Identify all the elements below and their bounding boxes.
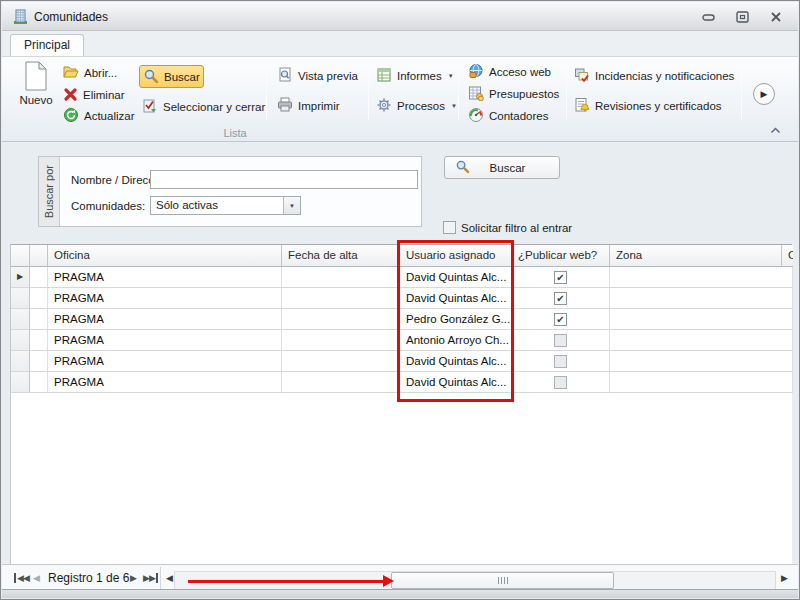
new-page-icon — [14, 61, 58, 91]
presupuestos-button[interactable]: Presupuestos — [465, 84, 562, 104]
cell-zona[interactable] — [610, 372, 793, 393]
revisiones-label: Revisiones y certificados — [595, 100, 722, 112]
collapse-ribbon-button[interactable] — [770, 123, 781, 137]
buscar-ribbon-button[interactable]: Buscar — [139, 65, 204, 88]
header-indicator — [11, 245, 30, 267]
report-icon — [376, 67, 392, 85]
header-publicar-web[interactable]: ¿Publicar web? — [512, 245, 610, 267]
header-categoria[interactable]: Cat — [782, 245, 793, 267]
nav-next-record-button[interactable]: ▶ — [130, 573, 136, 583]
chevron-down-icon[interactable]: ▼ — [283, 197, 300, 214]
cell-zona[interactable] — [610, 351, 793, 372]
tab-principal[interactable]: Principal — [10, 34, 84, 56]
cell-zona[interactable] — [610, 330, 793, 351]
checkbox-unchecked-icon[interactable] — [554, 334, 567, 347]
checkbox-unchecked-icon[interactable] — [554, 355, 567, 368]
cell-publicar-web[interactable]: ✔ — [512, 267, 610, 288]
annotation-arrow — [188, 580, 384, 583]
cell-publicar-web[interactable]: ✔ — [512, 309, 610, 330]
acceso-web-button[interactable]: Acceso web — [465, 62, 554, 82]
seleccionar-cerrar-button[interactable]: Seleccionar y cerrar — [139, 97, 268, 117]
grip-icon — [507, 577, 508, 584]
cell-fecha_de_alta[interactable] — [282, 288, 400, 309]
nuevo-label: Nuevo — [19, 94, 52, 106]
abrir-button[interactable]: Abrir... — [60, 63, 120, 83]
comunidades-dropdown[interactable]: Sólo activas ▼ — [150, 196, 301, 215]
procesos-button[interactable]: Procesos ▼ — [373, 96, 460, 116]
cell-oficina[interactable]: PRAGMA — [48, 330, 282, 351]
ribbon-separator — [368, 62, 369, 120]
close-button[interactable] — [762, 8, 790, 26]
comunidades-selected-value: Sólo activas — [156, 199, 218, 211]
revisiones-button[interactable]: Revisiones y certificados — [571, 96, 725, 116]
nav-prev-record-button[interactable]: ◀ — [33, 573, 39, 583]
cell-publicar-web[interactable]: ✔ — [512, 288, 610, 309]
cell-oficina[interactable]: PRAGMA — [48, 372, 282, 393]
eliminar-button[interactable]: Eliminar — [60, 85, 128, 105]
cell-publicar-web[interactable] — [512, 372, 610, 393]
cell-zona[interactable] — [610, 309, 793, 330]
actualizar-label: Actualizar — [84, 110, 135, 122]
cell-fecha_de_alta[interactable] — [282, 372, 400, 393]
imprimir-button[interactable]: Imprimir — [274, 96, 343, 116]
buscar-button[interactable]: Buscar — [444, 156, 560, 179]
cell-oficina[interactable]: PRAGMA — [48, 351, 282, 372]
cell-oficina[interactable]: PRAGMA — [48, 267, 282, 288]
refresh-icon — [63, 107, 79, 125]
vista-previa-label: Vista previa — [298, 70, 358, 82]
minimize-button[interactable] — [694, 8, 722, 26]
header-zona[interactable]: Zona — [610, 245, 782, 267]
grip-icon — [498, 577, 499, 584]
row-expand-cell — [30, 372, 48, 393]
contadores-button[interactable]: Contadores — [465, 106, 551, 126]
cell-zona[interactable] — [610, 267, 793, 288]
cell-oficina[interactable]: PRAGMA — [48, 309, 282, 330]
informes-button[interactable]: Informes ▼ — [373, 66, 457, 86]
cell-fecha_de_alta[interactable] — [282, 330, 400, 351]
cell-fecha_de_alta[interactable] — [282, 309, 400, 330]
cell-oficina[interactable]: PRAGMA — [48, 288, 282, 309]
incidencias-button[interactable]: Incidencias y notificaciones — [571, 66, 737, 86]
cell-publicar-web[interactable] — [512, 351, 610, 372]
nombre-direccion-input[interactable] — [150, 170, 418, 189]
play-arrow-icon: ▶ — [761, 89, 768, 99]
record-count-text: Registro 1 de 6 — [48, 571, 129, 585]
nav-first-record-button[interactable]: ◀◀ — [14, 573, 29, 583]
cell-zona[interactable] — [610, 288, 793, 309]
restore-button[interactable] — [728, 8, 756, 26]
solicitar-filtro-checkbox[interactable]: Solicitar filtro al entrar — [443, 221, 572, 234]
cell-publicar-web[interactable] — [512, 330, 610, 351]
window-title: Comunidades — [34, 10, 108, 24]
checkbox-checked-icon[interactable]: ✔ — [554, 271, 567, 284]
scroll-right-arrow[interactable]: ▶ — [781, 573, 787, 583]
checkbox-unchecked-icon[interactable] — [554, 376, 567, 389]
annotation-highlight-rect — [397, 240, 514, 402]
ribbon-more-button[interactable]: ▶ — [753, 83, 775, 105]
filter-panel: Buscar por Nombre / Dirección: Comunidad… — [38, 156, 422, 227]
actualizar-button[interactable]: Actualizar — [60, 106, 138, 126]
cell-fecha_de_alta[interactable] — [282, 267, 400, 288]
chevron-down-icon: ▼ — [451, 103, 457, 109]
nav-last-record-button[interactable]: ▶▶ — [143, 573, 158, 583]
chevron-down-icon: ▼ — [448, 73, 454, 79]
header-oficina[interactable]: Oficina — [48, 245, 282, 267]
cell-fecha_de_alta[interactable] — [282, 351, 400, 372]
printer-icon — [277, 97, 293, 115]
scroll-left-arrow[interactable]: ◀ — [166, 573, 172, 583]
checkbox-checked-icon[interactable]: ✔ — [554, 292, 567, 305]
row-indicator — [11, 351, 30, 372]
delete-x-icon — [63, 87, 78, 104]
row-indicator — [11, 372, 30, 393]
scrollbar-thumb[interactable] — [391, 572, 614, 589]
buscar-ribbon-label: Buscar — [164, 71, 200, 83]
nuevo-button[interactable]: Nuevo — [14, 61, 58, 106]
select-close-icon — [142, 98, 158, 116]
header-fecha-de-alta[interactable]: Fecha de alta — [282, 245, 400, 267]
gear-icon — [376, 97, 392, 115]
vista-previa-button[interactable]: Vista previa — [274, 66, 361, 86]
filter-area: Buscar por Nombre / Dirección: Comunidad… — [2, 143, 798, 243]
statusbar-separator — [160, 567, 161, 591]
gauge-icon — [468, 107, 484, 125]
checkbox-icon[interactable] — [443, 221, 456, 234]
checkbox-checked-icon[interactable]: ✔ — [554, 313, 567, 326]
